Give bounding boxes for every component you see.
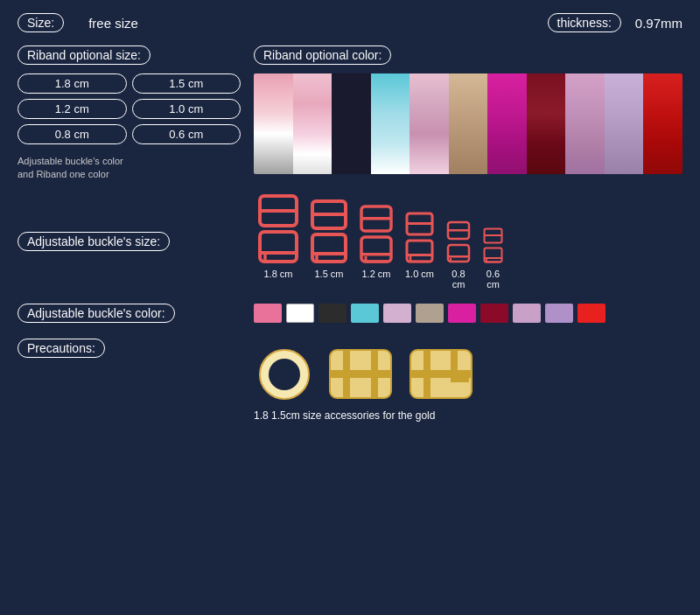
swatch-black[interactable] xyxy=(318,304,346,323)
thickness-group: thickness: 0.97mm xyxy=(548,13,682,32)
swatch-magenta[interactable] xyxy=(448,304,476,323)
buckle-size-left: Adjustable buckle's size: xyxy=(18,194,241,290)
swatch-darkred[interactable] xyxy=(480,304,508,323)
gold-ring xyxy=(254,344,315,405)
buckle-bot-15 xyxy=(311,233,347,263)
buckle-label-08: 0.8 cm xyxy=(446,269,471,290)
color-swatch-row xyxy=(254,304,682,323)
stripe-2 xyxy=(293,73,332,174)
buckle-label-15: 1.5 cm xyxy=(311,269,347,290)
buckle-color-right xyxy=(254,304,682,323)
precautions-section: Precautions: xyxy=(18,339,682,422)
svg-rect-13 xyxy=(407,222,432,225)
buckle-color-section: Adjustable buckle's color: xyxy=(18,304,682,323)
svg-rect-21 xyxy=(485,234,502,236)
buckle-label-12: 1.2 cm xyxy=(360,269,393,290)
svg-rect-27 xyxy=(330,370,391,378)
svg-point-25 xyxy=(269,359,300,390)
stripe-11 xyxy=(643,73,682,174)
buckle-top-08 xyxy=(446,220,471,241)
size-18[interactable]: 1.8 cm xyxy=(18,73,127,94)
riband-note: Adjustable buckle's colorand Riband one … xyxy=(18,155,241,182)
buckle-top-15 xyxy=(311,199,347,230)
size-15[interactable]: 1.5 cm xyxy=(132,73,242,94)
buckle-top-10 xyxy=(405,212,434,236)
gold-slider-svg xyxy=(326,346,396,402)
buckle-col-12 xyxy=(360,205,393,263)
buckle-label-18: 1.8 cm xyxy=(258,269,298,290)
buckle-size-right: 1.8 cm 1.5 cm 1.2 cm 1.0 cm 0.8 cm 0.6 c… xyxy=(254,194,682,290)
size-options: 1.8 cm 1.5 cm 1.2 cm 1.0 cm 0.8 cm 0.6 c… xyxy=(18,73,241,144)
size-06[interactable]: 0.6 cm xyxy=(132,124,242,144)
svg-rect-7 xyxy=(312,252,346,255)
swatch-lavender[interactable] xyxy=(383,304,411,323)
riband-color-label: Riband optional color: xyxy=(254,45,391,65)
precautions-right: 1.8 1.5cm size accessories for the gold xyxy=(254,339,682,422)
buckle-top-12 xyxy=(360,205,393,233)
gold-slider xyxy=(326,346,396,402)
swatch-cyan[interactable] xyxy=(351,304,379,323)
buckle-bot-10 xyxy=(405,239,434,263)
stripe-3 xyxy=(332,73,371,174)
buckle-size-label: Adjustable buckle's size: xyxy=(18,232,170,251)
buckle-label-10: 1.0 cm xyxy=(405,269,434,290)
svg-rect-1 xyxy=(260,209,297,213)
svg-rect-32 xyxy=(424,350,430,398)
buckle-bot-06 xyxy=(483,247,503,263)
stripe-10 xyxy=(605,73,644,174)
buckle-col-08 xyxy=(446,220,471,263)
buckle-color-label: Adjustable buckle's color: xyxy=(18,304,175,323)
swatch-white[interactable] xyxy=(286,304,314,323)
swatch-red[interactable] xyxy=(578,304,606,323)
swatch-purple[interactable] xyxy=(545,304,573,323)
buckle-bot-18 xyxy=(258,230,298,263)
buckle-color-left: Adjustable buckle's color: xyxy=(18,304,241,323)
thickness-label: thickness: xyxy=(548,13,621,32)
riband-section: Riband optional size: 1.8 cm 1.5 cm 1.2 … xyxy=(18,45,682,182)
stripe-8 xyxy=(527,73,566,174)
top-row: Size: free size thickness: 0.97mm xyxy=(18,13,682,32)
buckle-top-18 xyxy=(258,194,298,227)
thickness-value: 0.97mm xyxy=(635,16,682,31)
svg-rect-11 xyxy=(361,253,391,256)
swatch-taupe[interactable] xyxy=(416,304,444,323)
gold-ring-svg xyxy=(254,344,315,405)
buckle-col-15 xyxy=(311,199,347,263)
buckle-bot-12 xyxy=(360,235,393,263)
precautions-note: 1.8 1.5cm size accessories for the gold xyxy=(254,409,682,422)
buckle-label-06: 0.6 cm xyxy=(483,269,503,290)
buckle-top-06 xyxy=(483,227,503,244)
riband-left: Riband optional size: 1.8 cm 1.5 cm 1.2 … xyxy=(18,45,241,182)
buckle-col-18 xyxy=(258,194,298,263)
swatch-pink[interactable] xyxy=(254,304,282,323)
svg-rect-17 xyxy=(448,229,469,232)
color-stripe xyxy=(254,73,682,174)
gold-ghook xyxy=(406,346,476,402)
svg-rect-29 xyxy=(371,350,378,398)
size-12[interactable]: 1.2 cm xyxy=(18,99,127,119)
gold-ghook-svg xyxy=(406,346,476,402)
buckle-size-section: Adjustable buckle's size: xyxy=(18,194,682,290)
svg-rect-28 xyxy=(343,350,350,398)
svg-rect-3 xyxy=(260,251,297,255)
riband-size-label: Riband optional size: xyxy=(18,45,150,65)
svg-rect-15 xyxy=(407,254,432,256)
precautions-label: Precautions: xyxy=(18,339,105,358)
size-value: free size xyxy=(88,16,138,31)
stripe-1 xyxy=(254,73,293,174)
stripe-6 xyxy=(449,73,488,174)
precautions-left: Precautions: xyxy=(18,339,241,358)
main-container: Size: free size thickness: 0.97mm Riband… xyxy=(0,0,700,615)
svg-rect-5 xyxy=(312,213,346,216)
buckle-col-10 xyxy=(405,212,434,263)
size-label: Size: xyxy=(18,13,64,32)
size-08[interactable]: 0.8 cm xyxy=(18,124,127,144)
stripe-4 xyxy=(371,73,410,174)
size-10[interactable]: 1.0 cm xyxy=(132,99,242,119)
swatch-mauve[interactable] xyxy=(513,304,541,323)
svg-rect-9 xyxy=(361,217,391,220)
stripe-7 xyxy=(487,73,527,174)
riband-right: Riband optional color: xyxy=(254,45,682,182)
buckle-bot-08 xyxy=(446,243,471,263)
precautions-images xyxy=(254,344,682,405)
